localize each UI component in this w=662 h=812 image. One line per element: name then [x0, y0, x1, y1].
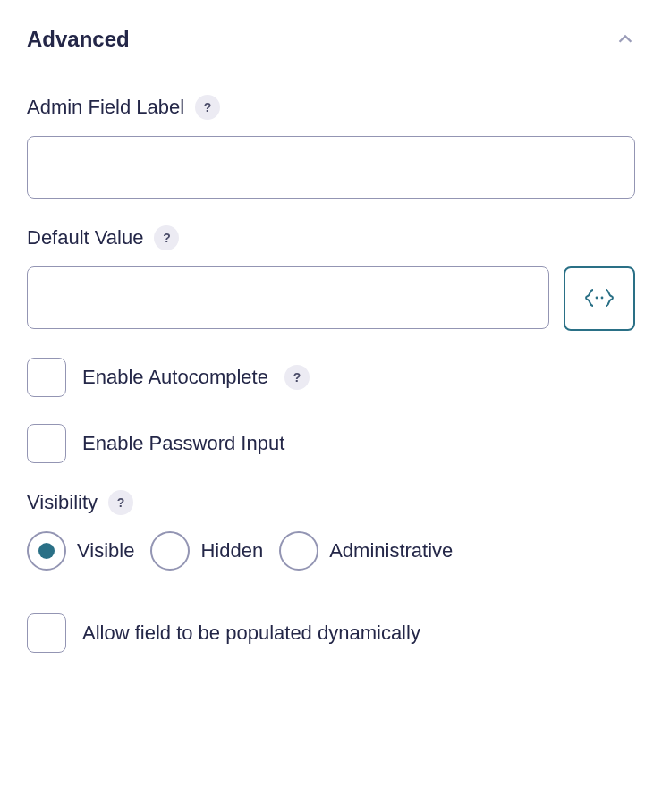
allow-dynamic-population-row: Allow field to be populated dynamically [27, 613, 635, 653]
visibility-radio-administrative[interactable] [279, 531, 318, 571]
help-icon[interactable]: ? [195, 95, 220, 120]
enable-password-input-row: Enable Password Input [27, 424, 635, 463]
enable-autocomplete-checkbox[interactable] [27, 358, 66, 397]
default-value-input-row [27, 266, 635, 331]
visibility-label: Visibility [27, 491, 98, 514]
help-icon[interactable]: ? [154, 225, 179, 250]
admin-field-label-group: Admin Field Label ? [27, 95, 635, 199]
default-value-group: Default Value ? [27, 225, 635, 331]
help-icon[interactable]: ? [108, 490, 133, 515]
visibility-radio-hidden-label: Hidden [200, 539, 263, 562]
visibility-option-hidden: Hidden [150, 531, 263, 571]
visibility-radio-row: Visible Hidden Administrative [27, 531, 635, 571]
enable-password-input-checkbox[interactable] [27, 424, 66, 463]
enable-password-input-label: Enable Password Input [82, 432, 284, 455]
merge-tags-icon [583, 287, 615, 311]
advanced-section-header[interactable]: Advanced [27, 27, 635, 52]
visibility-radio-visible-label: Visible [77, 539, 134, 562]
allow-dynamic-population-label: Allow field to be populated dynamically [82, 622, 420, 645]
visibility-radio-visible[interactable] [27, 531, 66, 571]
svg-point-1 [601, 296, 604, 299]
default-value-label: Default Value [27, 226, 143, 250]
visibility-group: Visibility ? Visible Hidden Administrati… [27, 490, 635, 571]
help-icon[interactable]: ? [284, 365, 310, 390]
section-title: Advanced [27, 27, 130, 52]
enable-autocomplete-label: Enable Autocomplete [82, 366, 268, 389]
enable-autocomplete-row: Enable Autocomplete ? [27, 358, 635, 397]
field-label-row: Admin Field Label ? [27, 95, 635, 120]
merge-tags-button[interactable] [564, 266, 635, 331]
admin-field-label-text: Admin Field Label [27, 96, 184, 119]
admin-field-label-input[interactable] [27, 136, 635, 199]
field-label-row: Visibility ? [27, 490, 635, 515]
chevron-up-icon [615, 30, 635, 49]
visibility-option-administrative: Administrative [279, 531, 453, 571]
visibility-radio-administrative-label: Administrative [329, 539, 453, 562]
default-value-input[interactable] [27, 266, 549, 329]
field-label-row: Default Value ? [27, 225, 635, 250]
allow-dynamic-population-checkbox[interactable] [27, 613, 66, 653]
visibility-radio-hidden[interactable] [150, 531, 190, 571]
svg-point-0 [596, 296, 598, 299]
visibility-option-visible: Visible [27, 531, 134, 571]
